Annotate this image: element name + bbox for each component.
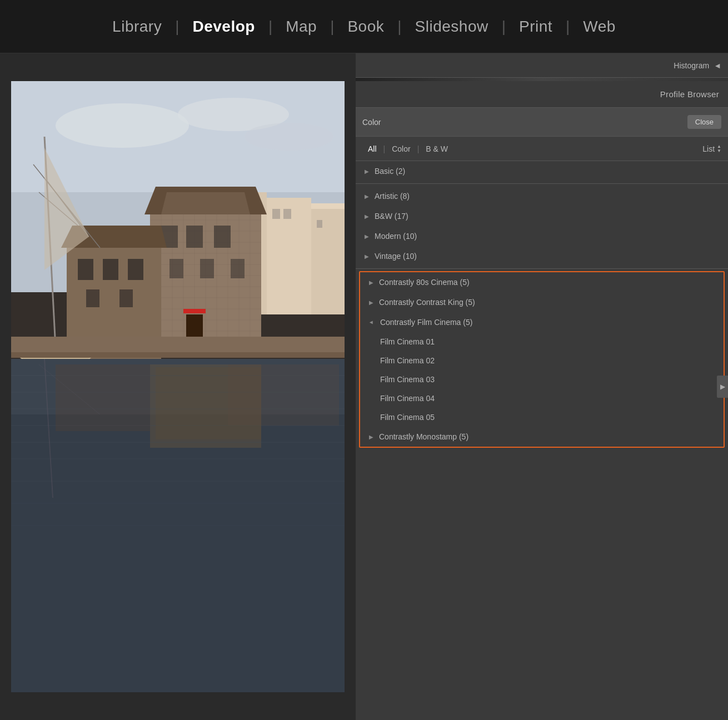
nav-divider-3: | — [330, 18, 334, 36]
nav-item-web[interactable]: Web — [570, 18, 629, 36]
nav-divider-2: | — [268, 18, 272, 36]
close-button[interactable]: Close — [687, 115, 721, 129]
profile-item-film-01[interactable]: Film Cinema 01 — [360, 332, 724, 351]
list-view-control[interactable]: List ▲ ▼ — [702, 144, 721, 153]
profile-section-bw: ▶ B&W (17) — [356, 206, 728, 226]
section-label-80s-cinema: Contrastly 80s Cinema (5) — [379, 278, 470, 287]
photo-container — [0, 53, 356, 720]
arrow-artistic: ▶ — [365, 193, 369, 199]
nav-item-map[interactable]: Map — [272, 18, 330, 36]
profile-controls: Color Close — [356, 108, 728, 137]
divider-1 — [356, 183, 728, 184]
profile-section-modern: ▶ Modern (10) — [356, 226, 728, 246]
section-header-basic[interactable]: ▶ Basic (2) — [356, 161, 728, 181]
arrow-bw: ▶ — [365, 213, 369, 219]
section-label-artistic: Artistic (8) — [375, 192, 410, 201]
section-header-vintage[interactable]: ▶ Vintage (10) — [356, 246, 728, 266]
list-sort-arrows: ▲ ▼ — [717, 144, 721, 153]
section-header-bw[interactable]: ▶ B&W (17) — [356, 206, 728, 226]
arrow-contrast-king: ▶ — [369, 299, 373, 306]
section-label-contrast-king: Contrastly Contrast King (5) — [379, 298, 475, 307]
divider-2 — [356, 268, 728, 269]
filter-tabs: All | Color | B & W List ▲ ▼ — [356, 137, 728, 161]
profile-list[interactable]: ▶ Basic (2) ▶ Artistic (8) ▶ B&W (17) — [356, 161, 728, 720]
arrow-monostamp: ▶ — [369, 434, 373, 440]
right-panel: Histogram ◄ Profile Browser Color Close … — [356, 53, 728, 720]
profile-item-film-05[interactable]: Film Cinema 05 — [360, 408, 724, 427]
photo-panel — [0, 53, 356, 720]
arrow-modern: ▶ — [365, 233, 369, 239]
arrow-basic: ▶ — [365, 168, 369, 174]
nav-divider-4: | — [397, 18, 401, 36]
section-label-film-cinema: Contrastly Film Cinema (5) — [380, 318, 472, 327]
section-header-80s-cinema[interactable]: ▶ Contrastly 80s Cinema (5) — [360, 272, 724, 292]
section-label-basic: Basic (2) — [375, 167, 405, 176]
profile-section-basic: ▶ Basic (2) — [356, 161, 728, 181]
arrow-film-cinema: ▼ — [368, 319, 375, 325]
profile-browser-header: Profile Browser — [356, 81, 728, 108]
svg-rect-60 — [11, 81, 345, 692]
expand-arrow-icon: ▶ — [720, 383, 725, 391]
arrow-80s-cinema: ▶ — [369, 279, 373, 286]
tab-all[interactable]: All — [362, 141, 382, 157]
section-header-film-cinema[interactable]: ▼ Contrastly Film Cinema (5) — [360, 312, 724, 332]
section-label-vintage: Vintage (10) — [375, 252, 417, 261]
profile-item-film-02[interactable]: Film Cinema 02 — [360, 351, 724, 370]
section-label-bw: B&W (17) — [375, 212, 408, 221]
histogram-collapse-icon[interactable]: ◄ — [714, 61, 721, 70]
profile-section-monostamp: ▶ Contrastly Monostamp (5) — [360, 427, 724, 447]
section-header-contrast-king[interactable]: ▶ Contrastly Contrast King (5) — [360, 292, 724, 312]
nav-item-develop[interactable]: Develop — [179, 18, 268, 36]
tab-bw[interactable]: B & W — [420, 141, 453, 157]
list-label: List — [702, 144, 715, 153]
section-label-modern: Modern (10) — [375, 232, 417, 241]
profile-item-film-03[interactable]: Film Cinema 03 — [360, 370, 724, 389]
profile-section-vintage: ▶ Vintage (10) — [356, 246, 728, 266]
tab-color[interactable]: Color — [386, 141, 416, 157]
profile-browser-label: Profile Browser — [660, 89, 719, 99]
nav-item-book[interactable]: Book — [334, 18, 397, 36]
nav-divider-5: | — [502, 18, 506, 36]
section-header-artistic[interactable]: ▶ Artistic (8) — [356, 186, 728, 206]
section-header-modern[interactable]: ▶ Modern (10) — [356, 226, 728, 246]
top-navigation: Library|Develop|Map|Book|Slideshow|Print… — [0, 0, 728, 53]
nav-divider-1: | — [175, 18, 179, 36]
nav-item-library[interactable]: Library — [99, 18, 175, 36]
histogram-header: Histogram ◄ — [356, 53, 728, 78]
highlighted-group: ▶ Contrastly 80s Cinema (5) ▶ Contrastly… — [359, 271, 725, 448]
profile-section-artistic: ▶ Artistic (8) — [356, 186, 728, 206]
histogram-label: Histogram — [674, 61, 709, 70]
main-content: Histogram ◄ Profile Browser Color Close … — [0, 53, 728, 720]
right-edge-expand[interactable]: ▶ — [717, 376, 728, 398]
profile-color-label: Color — [362, 118, 681, 127]
profile-item-film-04[interactable]: Film Cinema 04 — [360, 389, 724, 408]
section-label-monostamp: Contrastly Monostamp (5) — [379, 432, 468, 441]
section-header-monostamp[interactable]: ▶ Contrastly Monostamp (5) — [360, 427, 724, 447]
profile-section-film-cinema: ▼ Contrastly Film Cinema (5) Film Cinema… — [360, 312, 724, 427]
profile-section-contrast-king: ▶ Contrastly Contrast King (5) — [360, 292, 724, 312]
nav-divider-6: | — [566, 18, 570, 36]
profile-section-80s-cinema: ▶ Contrastly 80s Cinema (5) — [360, 272, 724, 292]
nav-item-slideshow[interactable]: Slideshow — [402, 18, 502, 36]
nav-item-print[interactable]: Print — [506, 18, 566, 36]
arrow-vintage: ▶ — [365, 253, 369, 259]
